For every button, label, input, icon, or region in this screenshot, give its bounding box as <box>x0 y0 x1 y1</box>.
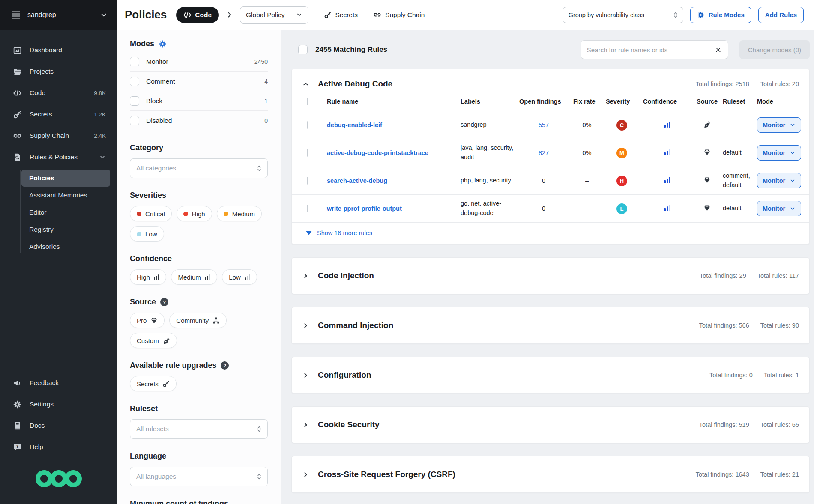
severity-pill-low[interactable]: Low <box>130 226 164 242</box>
mode-select-button[interactable]: Monitor <box>757 117 801 133</box>
ruleset-value: default <box>718 204 752 213</box>
chevron-right-icon[interactable] <box>302 471 309 478</box>
product-tab-supply-chain[interactable]: Supply Chain <box>373 11 425 19</box>
sidebar-item-label: Docs <box>30 422 45 429</box>
rule-group-collapsed[interactable]: Configuration Total findings: 0 Total ru… <box>291 357 810 394</box>
chevron-up-icon[interactable] <box>302 81 309 88</box>
mode-select-button[interactable]: Monitor <box>757 173 801 188</box>
chevron-down-icon <box>100 11 108 19</box>
sidebar-item-feedback[interactable]: Feedback <box>0 372 117 394</box>
select-all-checkbox[interactable] <box>298 45 308 54</box>
folder-icon <box>13 67 22 76</box>
row-checkbox[interactable] <box>307 177 308 185</box>
confidence-medium-icon <box>664 205 670 211</box>
sidebar-item-count: 9.8K <box>94 90 106 96</box>
rule-group-header[interactable]: Active Debug Code Total findings: 2518 T… <box>292 69 809 96</box>
source-pill-pro[interactable]: Pro <box>130 313 165 328</box>
sidebar-item-label: Projects <box>30 68 54 75</box>
sidebar-item-help[interactable]: ? Help <box>0 436 117 458</box>
content-row: Modes Monitor 2450 Comment 4 <box>117 30 814 504</box>
help-icon[interactable]: ? <box>221 361 229 370</box>
upgrade-pill-secrets[interactable]: Secrets <box>130 376 177 391</box>
ruleset-select[interactable]: All rulesets <box>130 419 268 439</box>
rule-name-link[interactable]: active-debug-code-printstacktrace <box>327 149 428 156</box>
group-select-checkbox[interactable] <box>307 98 308 105</box>
source-pill-custom[interactable]: Custom <box>130 333 177 348</box>
confidence-pill-medium[interactable]: Medium <box>171 269 217 285</box>
rule-group-collapsed[interactable]: Cookie Security Total findings: 519 Tota… <box>291 406 810 443</box>
sidebar-item-assistant-memories[interactable]: Assistant Memories <box>21 187 110 204</box>
confidence-pill-high[interactable]: High <box>130 269 166 285</box>
sidebar-item-settings[interactable]: Settings <box>0 394 117 415</box>
rule-modes-button[interactable]: Rule Modes <box>690 7 751 23</box>
sidebar-item-dashboard[interactable]: Dashboard <box>0 39 117 61</box>
rule-name-link[interactable]: debug-enabled-leif <box>327 122 382 128</box>
rule-search <box>581 40 728 59</box>
rule-group-collapsed[interactable]: Code Injection Total findings: 29 Total … <box>291 257 810 294</box>
source-pill-community[interactable]: Community <box>169 313 227 328</box>
source-filter: Source ? Pro Community Custom <box>130 298 268 348</box>
severity-badge: L <box>616 203 627 214</box>
hamburger-menu-icon[interactable] <box>11 11 21 19</box>
sidebar-item-code[interactable]: Code 9.8K <box>0 82 117 104</box>
rule-search-input[interactable] <box>587 46 715 54</box>
rule-upgrades-filter: Available rule upgrades ? Secrets <box>130 361 268 391</box>
sidebar-item-policies[interactable]: Policies <box>21 170 110 187</box>
row-checkbox[interactable] <box>307 121 308 129</box>
help-icon[interactable]: ? <box>160 298 168 306</box>
confidence-pill-low[interactable]: Low <box>222 269 257 285</box>
sidebar-item-label: Help <box>30 443 43 451</box>
rule-group-title: Command Injection <box>318 321 393 330</box>
rule-name-link[interactable]: search-active-debug <box>327 177 387 184</box>
confidence-high-icon <box>664 122 670 128</box>
severity-badge: C <box>616 120 627 131</box>
chevron-right-icon[interactable] <box>302 272 309 280</box>
add-rules-button[interactable]: Add Rules <box>758 7 804 23</box>
sidebar-item-supply-chain[interactable]: Supply Chain 2.4K <box>0 125 117 146</box>
clear-search-icon[interactable] <box>715 46 722 54</box>
sidebar-item-advisories[interactable]: Advisories <box>21 238 110 255</box>
row-checkbox[interactable] <box>307 149 308 157</box>
mode-select-button[interactable]: Monitor <box>757 201 801 216</box>
chevron-right-icon[interactable] <box>302 322 309 329</box>
category-select[interactable]: All categories <box>130 158 268 178</box>
org-switcher[interactable]: sandgrep <box>0 0 117 30</box>
product-tab-secrets[interactable]: Secrets <box>324 11 358 19</box>
rule-name-link[interactable]: write-pprof-profile-output <box>327 205 402 212</box>
severity-pill-critical[interactable]: Critical <box>130 206 172 221</box>
sidebar-item-docs[interactable]: Docs <box>0 415 117 436</box>
product-tab-code[interactable]: Code <box>176 7 219 23</box>
severity-pill-medium[interactable]: Medium <box>217 206 262 221</box>
group-by-select[interactable]: Group by vulnerability class <box>563 7 683 23</box>
link-icon <box>13 131 22 140</box>
policy-select[interactable]: Global Policy <box>240 6 308 24</box>
sidebar-item-editor[interactable]: Editor <box>21 204 110 221</box>
gear-icon[interactable] <box>159 40 167 48</box>
rule-group-title: Cookie Security <box>318 420 380 429</box>
mode-select-button[interactable]: Monitor <box>757 145 801 161</box>
org-name: sandgrep <box>27 11 93 19</box>
checkbox[interactable] <box>130 77 139 86</box>
severity-pill-high[interactable]: High <box>177 206 212 221</box>
sidebar-item-rules-policies[interactable]: Rules & Policies <box>0 146 117 168</box>
sidebar-item-projects[interactable]: Projects <box>0 61 117 82</box>
chevron-right-icon[interactable] <box>302 421 309 429</box>
rule-group-title: Cross-Site Request Forgery (CSRF) <box>318 470 455 479</box>
rule-group-totals: Total findings: 29 Total rules: 117 <box>700 272 799 279</box>
change-modes-button[interactable]: Change modes (0) <box>739 40 810 59</box>
chevron-right-icon[interactable] <box>302 372 309 379</box>
rule-group-collapsed[interactable]: Cross-Site Request Forgery (CSRF) Total … <box>291 456 810 493</box>
language-select[interactable]: All languages <box>130 467 268 486</box>
sidebar-item-registry[interactable]: Registry <box>21 221 110 238</box>
row-checkbox[interactable] <box>307 205 308 212</box>
mode-filter-block: Block 1 <box>130 91 268 111</box>
rule-group-collapsed[interactable]: Command Injection Total findings: 566 To… <box>291 307 810 344</box>
checkbox[interactable] <box>130 96 139 106</box>
sidebar-item-secrets[interactable]: Secrets 1.2K <box>0 104 117 125</box>
mode-count: 2450 <box>254 58 268 65</box>
show-more-rules[interactable]: Show 16 more rules <box>292 222 809 244</box>
code-icon <box>183 12 191 18</box>
checkbox[interactable] <box>130 116 139 125</box>
checkbox[interactable] <box>130 57 139 66</box>
matching-rules-count: 2455 Matching Rules <box>315 45 387 54</box>
